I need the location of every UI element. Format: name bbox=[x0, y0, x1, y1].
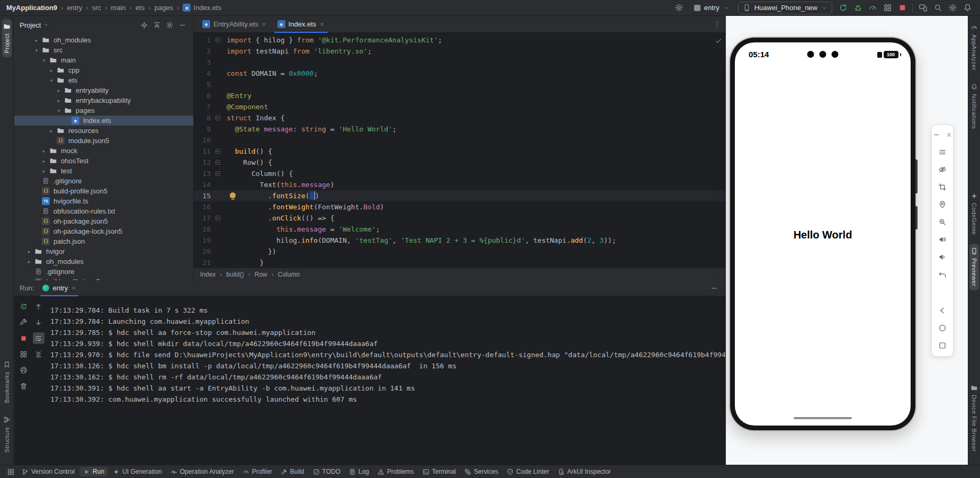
tree-chevron-icon[interactable]: ▾ bbox=[32, 48, 41, 53]
tab-index-ets[interactable]: eIndex.ets× bbox=[272, 16, 330, 33]
multirun-icon[interactable] bbox=[881, 2, 894, 14]
close-icon[interactable]: × bbox=[71, 284, 76, 292]
tree-chevron-icon[interactable]: ▸ bbox=[25, 259, 33, 264]
collapse-all-icon[interactable] bbox=[151, 19, 163, 31]
code-line-3[interactable]: 3 bbox=[194, 57, 725, 68]
breadcrumb-item[interactable]: pages bbox=[155, 4, 173, 12]
tab-options-icon[interactable] bbox=[713, 20, 725, 28]
code-line-10[interactable]: 10 bbox=[194, 135, 725, 146]
code-line-8[interactable]: 8−struct Index { bbox=[194, 112, 725, 123]
tree-chevron-icon[interactable]: ▾ bbox=[55, 108, 63, 113]
tree-item-mock[interactable]: ▸mock bbox=[14, 146, 193, 156]
layout-button[interactable] bbox=[18, 348, 30, 360]
code-line-18[interactable]: 18 this.message = 'Welcome'; bbox=[194, 224, 725, 235]
build-settings-button[interactable] bbox=[18, 316, 30, 328]
breadcrumb-item[interactable]: ets bbox=[136, 4, 145, 12]
locate-file-icon[interactable] bbox=[138, 19, 150, 31]
tree-item-test[interactable]: ▸test bbox=[14, 166, 193, 176]
hide-panel-icon[interactable] bbox=[176, 19, 188, 31]
statusbar-item-ui-generation[interactable]: UI Generation bbox=[109, 467, 166, 476]
tree-item-module-json5[interactable]: {}module.json5 bbox=[14, 136, 193, 146]
statusbar-item-build[interactable]: Build bbox=[277, 467, 308, 476]
statusbar-item-terminal[interactable]: Terminal bbox=[419, 467, 460, 476]
tool-stripe-item-codegenie[interactable]: CodeGenie bbox=[969, 189, 979, 238]
code-line-1[interactable]: 1−import { hilog } from '@kit.Performanc… bbox=[194, 34, 725, 46]
tree-chevron-icon[interactable]: ▸ bbox=[55, 88, 63, 93]
zoom-icon[interactable] bbox=[937, 217, 948, 227]
stop-icon[interactable] bbox=[896, 2, 909, 14]
panel-settings-icon[interactable] bbox=[164, 19, 175, 31]
fold-marker[interactable]: − bbox=[211, 168, 224, 179]
screenshot-icon[interactable] bbox=[937, 182, 948, 192]
tree-item-resources[interactable]: ▸resources bbox=[14, 126, 193, 136]
statusbar-item-code-linter[interactable]: Code Linter bbox=[503, 467, 553, 476]
statusbar-item-operation-analyzer[interactable]: Operation Analyzer bbox=[167, 467, 238, 476]
power-button[interactable] bbox=[915, 206, 918, 229]
breadcrumb-item[interactable]: main bbox=[111, 4, 125, 12]
tree-chevron-icon[interactable]: ▸ bbox=[40, 158, 48, 164]
next-occurrence-button[interactable] bbox=[33, 316, 44, 328]
code-line-19[interactable]: 19 hilog.info(DOMAIN, 'testTag', 'Test N… bbox=[194, 235, 725, 246]
code-line-2[interactable]: 2import testNapi from 'libentry.so'; bbox=[194, 46, 725, 57]
back-icon[interactable] bbox=[937, 305, 948, 316]
clear-console-button[interactable] bbox=[18, 380, 30, 392]
tree-item-src[interactable]: ▾src bbox=[14, 45, 193, 55]
code-line-7[interactable]: 7@Component bbox=[194, 101, 725, 112]
volume-up-icon[interactable] bbox=[937, 234, 948, 245]
tree-item-entrybackupability[interactable]: ▸entrybackupability bbox=[14, 95, 193, 105]
rotate-icon[interactable] bbox=[937, 269, 948, 280]
tree-item--gitignore[interactable]: .gitignore bbox=[14, 267, 193, 277]
tool-stripe-item-previewer[interactable]: Previewer bbox=[969, 244, 979, 290]
tree-chevron-icon[interactable]: ▸ bbox=[32, 38, 41, 43]
inspections-ok-icon[interactable] bbox=[715, 37, 722, 45]
tool-stripe-item-project[interactable]: Project bbox=[2, 19, 12, 57]
tree-item-entryability[interactable]: ▸entryability bbox=[14, 85, 193, 95]
device-screen[interactable]: 05:14 100 Hello World bbox=[735, 42, 911, 426]
tool-stripe-item-device-file-browser[interactable]: Device File Browser bbox=[969, 380, 979, 455]
code-area[interactable]: 1−import { hilog } from '@kit.Performanc… bbox=[194, 33, 725, 268]
profiler-icon[interactable] bbox=[866, 2, 879, 14]
menu-icon[interactable] bbox=[937, 147, 948, 157]
code-line-13[interactable]: 13− Column() { bbox=[194, 168, 725, 179]
hide-panel-icon[interactable] bbox=[708, 282, 720, 294]
stop-button[interactable] bbox=[18, 332, 30, 344]
fold-marker[interactable]: − bbox=[211, 146, 224, 157]
code-line-11[interactable]: 11− build() { bbox=[194, 146, 725, 157]
tree-item-pages[interactable]: ▾pages bbox=[14, 105, 193, 116]
module-selector[interactable]: entry bbox=[690, 2, 734, 14]
tree-chevron-icon[interactable]: ▸ bbox=[40, 169, 48, 174]
volume-button[interactable] bbox=[915, 160, 918, 193]
tree-item-index-ets[interactable]: eIndex.ets bbox=[14, 116, 193, 126]
home-icon[interactable] bbox=[937, 323, 948, 333]
fold-marker[interactable]: − bbox=[211, 112, 224, 123]
minimize-icon[interactable] bbox=[931, 129, 941, 140]
editor-breadcrumb-item[interactable]: Row bbox=[255, 271, 267, 278]
breadcrumb-item[interactable]: eIndex.ets bbox=[183, 4, 221, 12]
notifications-icon[interactable] bbox=[961, 2, 974, 14]
run-tab-entry[interactable]: entry × bbox=[39, 280, 79, 296]
tool-stripe-item-bookmarks[interactable]: Bookmarks bbox=[2, 357, 12, 407]
tree-chevron-icon[interactable]: ▸ bbox=[47, 68, 56, 73]
tree-chevron-icon[interactable]: ▾ bbox=[40, 58, 48, 63]
tree-item--gitignore[interactable]: .gitignore bbox=[14, 176, 193, 186]
tree-item-hvigorfile-ts[interactable]: TShvigorfile.ts bbox=[14, 196, 193, 206]
tree-item-main[interactable]: ▾main bbox=[14, 55, 193, 65]
tree-item-hvigor[interactable]: ▸hvigor bbox=[14, 246, 193, 256]
statusbar-item-version-control[interactable]: Version Control bbox=[18, 467, 78, 476]
location-icon[interactable] bbox=[937, 199, 948, 210]
statusbar-item-run[interactable]: Run bbox=[79, 467, 108, 476]
code-line-6[interactable]: 6@Entry bbox=[194, 90, 725, 101]
statusbar-item-problems[interactable]: Problems bbox=[374, 467, 418, 476]
code-line-5[interactable]: 5 bbox=[194, 79, 725, 90]
soft-wrap-button[interactable] bbox=[33, 332, 44, 344]
scroll-to-end-button[interactable] bbox=[33, 348, 44, 360]
tree-item-oh-package-lock-json5[interactable]: {}oh-package-lock.json5 bbox=[14, 226, 193, 236]
code-line-9[interactable]: 9 @State message: string = 'Hello World'… bbox=[194, 123, 725, 135]
tab-entryability-ets[interactable]: eEntryAbility.ets× bbox=[197, 16, 272, 33]
tree-item-patch-json[interactable]: {}patch.json bbox=[14, 236, 193, 246]
tree-chevron-icon[interactable]: ▸ bbox=[47, 128, 56, 134]
breadcrumb-item[interactable]: src bbox=[92, 4, 101, 12]
recent-apps-icon[interactable] bbox=[937, 340, 948, 351]
statusbar-item-todo[interactable]: TODO bbox=[309, 467, 344, 476]
code-line-12[interactable]: 12− Row() { bbox=[194, 157, 725, 168]
